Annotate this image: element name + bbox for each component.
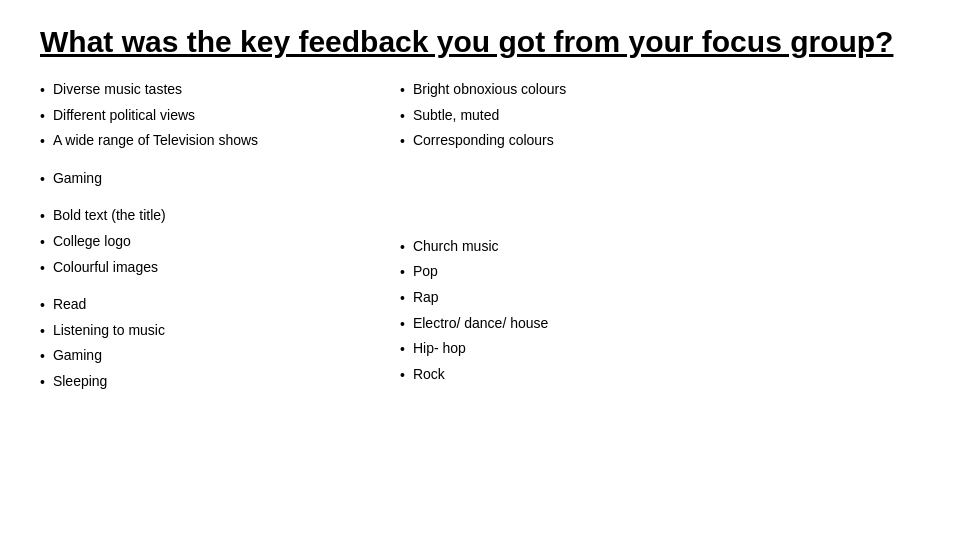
page-title: What was the key feedback you got from y…	[40, 24, 920, 60]
item-label: Sleeping	[53, 372, 380, 392]
item-label: Pop	[413, 262, 760, 282]
item-label: College logo	[53, 232, 380, 252]
right-column: • Bright obnoxious colours • Subtle, mut…	[380, 80, 760, 520]
list-item: • Pop	[400, 262, 760, 283]
left-group-3: • Bold text (the title) • College logo •…	[40, 206, 380, 283]
list-item: • Bold text (the title)	[40, 206, 380, 227]
item-label: A wide range of Television shows	[53, 131, 380, 151]
bullet-icon: •	[400, 238, 405, 258]
left-group-2: • Gaming	[40, 169, 380, 195]
left-group-1: • Diverse music tastes • Different polit…	[40, 80, 380, 157]
bullet-icon: •	[40, 259, 45, 279]
list-item: • A wide range of Television shows	[40, 131, 380, 152]
list-item: • Gaming	[40, 346, 380, 367]
bullet-icon: •	[400, 81, 405, 101]
right-group-1: • Bright obnoxious colours • Subtle, mut…	[400, 80, 760, 157]
bullet-icon: •	[400, 263, 405, 283]
item-label: Bold text (the title)	[53, 206, 380, 226]
list-item: • Gaming	[40, 169, 380, 190]
list-item: • Electro/ dance/ house	[400, 314, 760, 335]
right-group-2: • Church music • Pop • Rap • Electro/ da…	[400, 237, 760, 391]
bullet-icon: •	[40, 296, 45, 316]
item-label: Church music	[413, 237, 760, 257]
list-item: • Hip- hop	[400, 339, 760, 360]
item-label: Subtle, muted	[413, 106, 760, 126]
page: What was the key feedback you got from y…	[0, 0, 960, 540]
bullet-icon: •	[400, 107, 405, 127]
bullet-icon: •	[40, 107, 45, 127]
bullet-icon: •	[40, 170, 45, 190]
bullet-icon: •	[40, 207, 45, 227]
item-label: Diverse music tastes	[53, 80, 380, 100]
list-item: • College logo	[40, 232, 380, 253]
item-label: Rap	[413, 288, 760, 308]
list-item: • Colourful images	[40, 258, 380, 279]
bullet-icon: •	[40, 373, 45, 393]
item-label: Read	[53, 295, 380, 315]
item-label: Hip- hop	[413, 339, 760, 359]
list-item: • Rap	[400, 288, 760, 309]
bullet-icon: •	[40, 322, 45, 342]
item-label: Bright obnoxious colours	[413, 80, 760, 100]
bullet-icon: •	[400, 340, 405, 360]
list-item: • Rock	[400, 365, 760, 386]
left-column: • Diverse music tastes • Different polit…	[40, 80, 380, 520]
bullet-icon: •	[40, 81, 45, 101]
list-item: • Different political views	[40, 106, 380, 127]
list-item: • Diverse music tastes	[40, 80, 380, 101]
list-item: • Subtle, muted	[400, 106, 760, 127]
bullet-icon: •	[400, 315, 405, 335]
bullet-icon: •	[400, 289, 405, 309]
item-label: Different political views	[53, 106, 380, 126]
item-label: Gaming	[53, 346, 380, 366]
item-label: Corresponding colours	[413, 131, 760, 151]
item-label: Rock	[413, 365, 760, 385]
list-item: • Corresponding colours	[400, 131, 760, 152]
item-label: Colourful images	[53, 258, 380, 278]
list-item: • Church music	[400, 237, 760, 258]
item-label: Electro/ dance/ house	[413, 314, 760, 334]
list-item: • Read	[40, 295, 380, 316]
item-label: Listening to music	[53, 321, 380, 341]
list-item: • Sleeping	[40, 372, 380, 393]
bullet-icon: •	[40, 233, 45, 253]
bullet-icon: •	[400, 132, 405, 152]
item-label: Gaming	[53, 169, 380, 189]
list-item: • Bright obnoxious colours	[400, 80, 760, 101]
content-area: • Diverse music tastes • Different polit…	[40, 80, 920, 520]
bullet-icon: •	[40, 132, 45, 152]
list-item: • Listening to music	[40, 321, 380, 342]
bullet-icon: •	[400, 366, 405, 386]
left-group-4: • Read • Listening to music • Gaming • S…	[40, 295, 380, 397]
bullet-icon: •	[40, 347, 45, 367]
